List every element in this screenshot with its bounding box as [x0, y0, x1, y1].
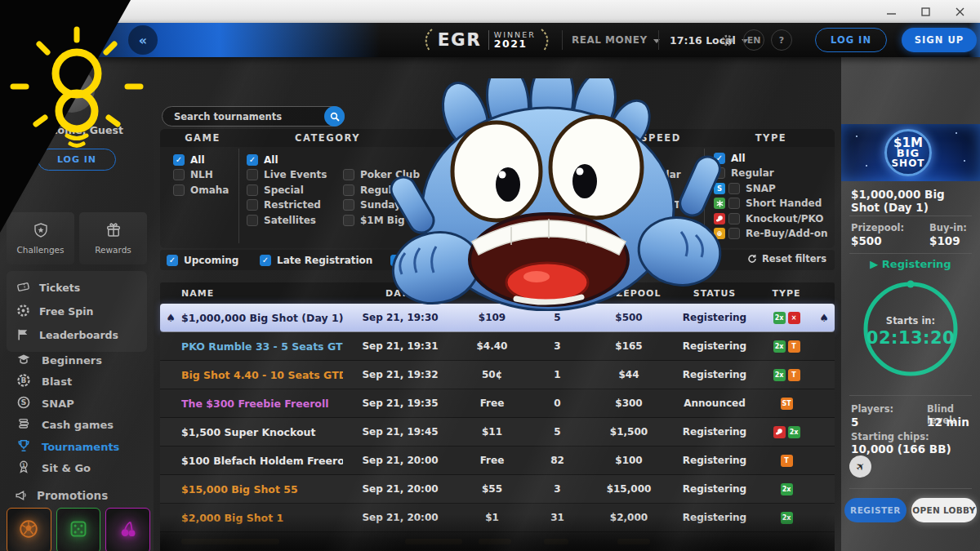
sidebar-login-button[interactable]: LOG IN	[38, 149, 116, 171]
help-button[interactable]: ?	[771, 29, 792, 51]
open-lobby-button[interactable]: OPEN LOBBY	[911, 498, 977, 522]
reset-filters-button[interactable]: Reset filters	[747, 253, 826, 264]
filter-type-snap[interactable]: SSNAP	[714, 182, 828, 195]
filter-category-regular[interactable]: Regular	[343, 184, 429, 197]
promo-tile-casino[interactable]	[56, 508, 101, 551]
tournament-row[interactable]: ♠$15,000 Big Shot 55Sep 21, 20:00$553$15…	[160, 475, 835, 504]
sidebar-item-beginners[interactable]: Beginners	[0, 349, 154, 371]
sidebar-item-blast[interactable]: BBlast	[0, 371, 154, 393]
sidebar-item-snap[interactable]: SSNAP	[0, 393, 154, 415]
promo-tile-slots[interactable]	[105, 508, 150, 551]
filter-speed-all[interactable]: ✓All	[621, 153, 705, 167]
signup-button[interactable]: SIGN UP	[902, 28, 977, 52]
sidebar-item-promotions[interactable]: Promotions	[0, 488, 154, 502]
filter-type-re-buy-add-on[interactable]: ⊕Re-Buy/Add-on	[714, 228, 828, 241]
checkbox[interactable]	[728, 183, 740, 194]
filter-game-omaha[interactable]: Omaha	[173, 184, 229, 197]
checkbox[interactable]: ✓	[714, 153, 725, 164]
tournament-row[interactable]: ♠PKO Rumble 33 - 5 Seats GTDSep 21, 19:3…	[160, 332, 835, 361]
collapse-sidebar-button[interactable]: «	[128, 25, 158, 55]
money-mode-dropdown[interactable]: REAL MONEY	[572, 23, 660, 57]
big-shot-banner[interactable]: $1M BIG SHOT	[841, 124, 980, 181]
sidebar-tile-challenges[interactable]: Challenges	[7, 212, 74, 264]
filter-status-upcoming[interactable]: ✓Upcoming	[167, 254, 238, 267]
sidebar-item-cash-games[interactable]: Cash games	[0, 415, 154, 437]
settings-button[interactable]	[720, 23, 734, 57]
checkbox[interactable]: ✓	[173, 154, 185, 166]
checkbox[interactable]	[621, 199, 632, 211]
checkbox[interactable]	[343, 215, 354, 226]
column-header-status[interactable]: STATUS	[670, 288, 760, 299]
column-header-name[interactable]: NAME	[181, 288, 343, 299]
filter-type-short-handed[interactable]: Short Handed	[714, 198, 828, 211]
maximize-button[interactable]	[908, 0, 942, 23]
sidebar-item-leaderboards[interactable]: Leaderboards	[7, 323, 147, 347]
checkbox[interactable]	[343, 199, 354, 211]
filter-category-special[interactable]: Special	[247, 184, 327, 197]
filter-game-nlh[interactable]: NLH	[173, 169, 229, 182]
checkbox[interactable]	[343, 184, 354, 196]
filter-type-all[interactable]: ✓All	[714, 152, 828, 165]
filter-category-1m-big-sho[interactable]: $1M Big Sho	[343, 214, 429, 227]
close-button[interactable]	[942, 0, 977, 23]
checkbox[interactable]: ✓	[390, 255, 402, 266]
sidebar-item-tickets[interactable]: Tickets	[7, 276, 147, 300]
tournament-row[interactable]: ♠$100 Blefach Holdem FreerollSep 21, 20:…	[160, 447, 835, 475]
checkbox[interactable]	[247, 199, 258, 211]
column-header-date[interactable]: DATE	[343, 288, 457, 299]
tournament-row[interactable]: ♠The $300 Freebie FreerollSep 21, 19:35F…	[160, 389, 835, 418]
filter-status-late-registration[interactable]: ✓Late Registration	[260, 254, 372, 267]
login-button[interactable]: LOG IN	[815, 28, 887, 52]
filter-game-all[interactable]: ✓All	[173, 153, 229, 167]
language-button[interactable]: EN	[743, 29, 764, 51]
column-header-prizepool[interactable]: PRIZEPOOL	[588, 288, 670, 299]
filter-speed-regular[interactable]: Regular	[621, 169, 705, 182]
filter-category-restricted[interactable]: Restricted	[247, 199, 327, 212]
tournament-buyin: $109	[457, 312, 527, 323]
filter-category-all[interactable]: ✓All	[247, 153, 327, 167]
sidebar-item-tournaments[interactable]: Tournaments	[0, 436, 154, 458]
filter-speed-super-turbo[interactable]: Super Turbo	[621, 199, 705, 212]
filter-type-knockout-pko[interactable]: Knockout/PKO	[714, 212, 828, 225]
checkbox[interactable]: ✓	[621, 154, 632, 166]
sidebar-item-free-spin[interactable]: Free Spin	[7, 300, 147, 323]
sidebar-item-sit-go[interactable]: 1Sit & Go	[0, 458, 154, 480]
checkbox[interactable]: ✓	[247, 154, 258, 166]
filter-category-sunday-sa[interactable]: Sunday Sa	[343, 199, 429, 212]
checkbox[interactable]: ✓	[167, 255, 178, 266]
search-input[interactable]	[163, 111, 324, 122]
column-header-type[interactable]: TYPE	[760, 288, 813, 299]
tournament-name: $2,000 Big Shot 1	[181, 512, 343, 524]
register-button[interactable]: REGISTER	[844, 498, 906, 522]
promo-tile-sports[interactable]	[7, 508, 51, 551]
filter-status-running[interactable]: ✓Running	[390, 254, 453, 267]
sidebar-tile-rewards[interactable]: Rewards	[79, 212, 147, 264]
checkbox[interactable]	[173, 169, 185, 180]
filter-category-live-events[interactable]: Live Events	[247, 169, 327, 182]
checkbox[interactable]: ✓	[260, 255, 271, 266]
checkbox[interactable]	[728, 198, 740, 209]
tournament-row[interactable]: ♠$1,500 Super KnockoutSep 21, 19:45$115$…	[160, 418, 835, 447]
filter-category-poker-club[interactable]: Poker Club	[343, 169, 429, 182]
tournament-row[interactable]: ♠Big Shot 4.40 - 10 Seats GTDSep 21, 19:…	[160, 361, 835, 389]
checkbox[interactable]	[173, 184, 185, 196]
divider	[658, 30, 659, 50]
tournament-row[interactable]: ♠$1,000,000 Big Shot (Day 1)Sep 21, 19:3…	[160, 304, 835, 332]
search-button[interactable]	[324, 106, 345, 127]
sidebar-tiles: ChallengesRewards	[7, 212, 147, 264]
minimize-button[interactable]	[874, 0, 908, 23]
checkbox[interactable]	[621, 184, 632, 196]
checkbox[interactable]	[621, 169, 632, 180]
checkbox[interactable]	[714, 167, 725, 179]
checkbox[interactable]	[728, 228, 740, 239]
checkbox[interactable]	[728, 213, 740, 224]
filter-category-satellites[interactable]: Satellites	[247, 214, 327, 227]
checkbox[interactable]	[247, 215, 258, 226]
filter-speed-turbo[interactable]: Turbo	[621, 184, 705, 197]
checkbox[interactable]	[343, 169, 354, 180]
checkbox[interactable]	[247, 184, 258, 196]
checkbox[interactable]	[247, 169, 258, 180]
tournament-row[interactable]: ♠$2,000 Big Shot 1Sep 21, 20:00$131$2,00…	[160, 504, 835, 532]
local-time-dropdown[interactable]: 17:16 Local	[670, 23, 748, 57]
filter-type-regular[interactable]: Regular	[714, 167, 828, 180]
